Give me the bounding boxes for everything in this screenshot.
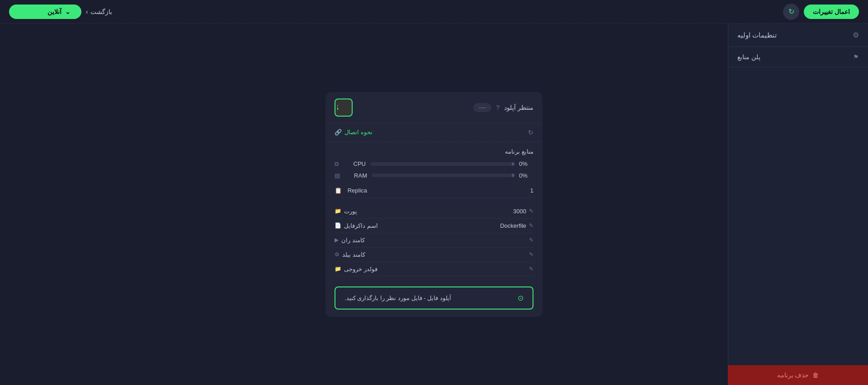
run-cmd-value-left: ✎ <box>526 237 533 243</box>
top-bar-left: اعمال تغییرات ↻ <box>783 4 859 20</box>
status-pill: ---- <box>473 103 491 112</box>
delete-label: حذف برنامه <box>777 371 809 379</box>
build-cmd-row-right: کامند بیلد ⚙ <box>335 251 365 258</box>
build-cmd-row: ✎ کامند بیلد ⚙ <box>335 248 533 262</box>
replica-icon[interactable]: 📋 <box>335 187 342 194</box>
dockerfile-row: ✎ Dockerfile اسم داکرفایل 📄 <box>335 219 533 233</box>
run-cmd-label: کامند ران <box>341 237 365 244</box>
card-header: منتظر آپلود ? ---- JS <box>326 92 542 123</box>
replica-label: Replica <box>344 187 367 194</box>
cpu-label: CPU <box>343 160 366 167</box>
port-row: ✎ 3000 پورت 📁 <box>335 204 533 219</box>
card-header-right: منتظر آپلود ? ---- <box>473 103 533 112</box>
dockerfile-row-right: اسم داکرفایل 📄 <box>335 222 378 229</box>
replica-row: 1 Replica 📋 <box>335 183 533 198</box>
sidebar-title: تنظیمات اولیه <box>737 31 777 39</box>
right-sidebar: ⚙ تنظیمات اولیه ⚑ پلن منابع 🗑 حذف برنامه <box>728 23 868 385</box>
ram-label: RAM <box>344 172 367 179</box>
dockerfile-value-left: ✎ Dockerfile <box>500 222 533 229</box>
delete-program-button[interactable]: 🗑 حذف برنامه <box>728 365 868 385</box>
link-icon: 🔗 <box>335 129 342 136</box>
card-title: منتظر آپلود <box>504 104 533 111</box>
port-value-left: ✎ 3000 <box>513 208 533 215</box>
replica-row-right: Replica 📋 <box>335 187 367 194</box>
dockerfile-value: Dockerfile <box>500 222 526 229</box>
chevron-right-icon: › <box>86 8 88 15</box>
svg-text:JS: JS <box>337 103 339 111</box>
refresh-icon: ↻ <box>788 7 794 16</box>
back-link[interactable]: بازگشت › <box>86 8 112 15</box>
question-icon[interactable]: ? <box>496 104 500 111</box>
connection-refresh-icon[interactable]: ↻ <box>528 129 533 136</box>
build-cmd-gear-icon[interactable]: ⚙ <box>335 251 340 258</box>
top-bar-right: بازگشت › ⌄ آنلاین <box>9 5 112 19</box>
output-folder-edit-icon[interactable]: ✎ <box>529 266 533 272</box>
port-edit-icon[interactable]: ✎ <box>529 208 533 214</box>
output-folder-label: فولدر خروجی <box>344 266 377 272</box>
apply-changes-button[interactable]: اعمال تغییرات <box>804 5 859 19</box>
ram-value: 0% <box>519 172 533 179</box>
run-cmd-edit-icon[interactable]: ✎ <box>529 237 533 243</box>
run-cmd-play-icon[interactable]: ▶ <box>335 237 339 243</box>
build-cmd-edit-icon[interactable]: ✎ <box>529 251 533 258</box>
output-folder-value-left: ✎ <box>526 266 533 272</box>
ram-row: 0% RAM ▤ <box>335 172 533 179</box>
connection-link[interactable]: نحوه اتصال 🔗 <box>335 129 373 136</box>
upload-circle-icon: ⊙ <box>518 294 524 302</box>
port-folder-icon[interactable]: 📁 <box>335 208 341 214</box>
refresh-button[interactable]: ↻ <box>783 4 799 20</box>
delete-icon: 🗑 <box>812 371 819 379</box>
ram-icon[interactable]: ▤ <box>335 172 340 179</box>
upload-text: آپلود فایل - فایل مورد نظر را بارگذاری ک… <box>344 295 451 301</box>
run-cmd-row-right: کامند ران ▶ <box>335 237 365 244</box>
cpu-progress-fill <box>512 162 514 166</box>
resources-section: منابع برنامه 0% CPU ⧉ 0% RAM ▤ <box>326 142 542 204</box>
cpu-copy-icon[interactable]: ⧉ <box>335 160 339 168</box>
replica-value: 1 <box>530 187 533 194</box>
output-folder-row-right: فولدر خروجی 📁 <box>335 266 377 272</box>
resources-title: منابع برنامه <box>335 148 533 155</box>
dockerfile-file-icon[interactable]: 📄 <box>335 222 341 229</box>
port-value: 3000 <box>513 208 526 215</box>
cpu-progress-bar <box>370 162 514 166</box>
ram-progress-bar <box>372 174 514 177</box>
settings-gear-icon[interactable]: ⚙ <box>853 31 859 39</box>
dockerfile-edit-icon[interactable]: ✎ <box>529 222 533 229</box>
port-label: پورت <box>344 208 357 215</box>
upload-section[interactable]: ⊙ آپلود فایل - فایل مورد نظر را بارگذاری… <box>335 286 533 310</box>
top-bar: اعمال تغییرات ↻ بازگشت › ⌄ آنلاین <box>0 0 868 23</box>
build-cmd-label: کامند بیلد <box>342 251 365 258</box>
connection-section: ↻ نحوه اتصال 🔗 <box>326 123 542 142</box>
flag-icon: ⚑ <box>853 53 859 61</box>
output-folder-row: ✎ فولدر خروجی 📁 <box>335 262 533 277</box>
output-folder-icon[interactable]: 📁 <box>335 266 341 272</box>
app-card: منتظر آپلود ? ---- JS ↻ نحوه اتصال 🔗 منا… <box>326 92 542 317</box>
build-cmd-value-left: ✎ <box>526 251 533 258</box>
connection-label: نحوه اتصال <box>344 129 373 136</box>
nodejs-icon: JS <box>335 99 353 117</box>
port-row-right: پورت 📁 <box>335 208 357 215</box>
ram-progress-fill <box>512 174 514 177</box>
sidebar-nav-plan[interactable]: ⚑ پلن منابع <box>728 47 868 67</box>
dockerfile-label: اسم داکرفایل <box>344 222 378 229</box>
cpu-row: 0% CPU ⧉ <box>335 160 533 168</box>
form-rows: ✎ 3000 پورت 📁 ✎ Dockerfile اسم داکرفایل … <box>326 204 542 281</box>
sidebar-header: ⚙ تنظیمات اولیه <box>728 23 868 47</box>
cpu-value: 0% <box>519 160 533 167</box>
main-content: منتظر آپلود ? ---- JS ↻ نحوه اتصال 🔗 منا… <box>140 23 728 385</box>
chevron-down-icon: ⌄ <box>65 8 71 15</box>
run-cmd-row: ✎ کامند ران ▶ <box>335 233 533 248</box>
status-label: آنلاین <box>47 8 61 15</box>
sidebar-nav-label: پلن منابع <box>737 53 760 61</box>
back-label: بازگشت <box>90 8 112 15</box>
status-button[interactable]: ⌄ آنلاین <box>9 5 81 19</box>
